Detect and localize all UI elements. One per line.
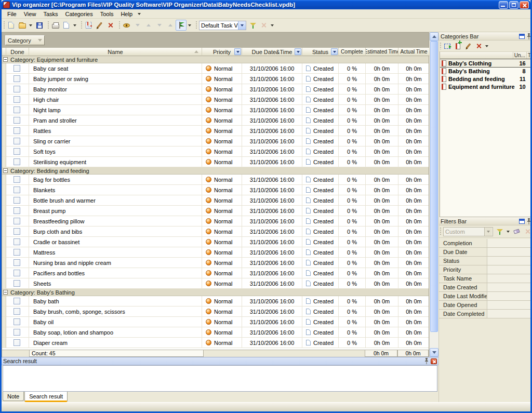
done-checkbox[interactable]: [14, 298, 20, 304]
task-view-combo-dropdown[interactable]: [238, 21, 246, 30]
task-row[interactable]: Nursing bras and nipple creamNormal31/10…: [2, 258, 429, 268]
task-row[interactable]: BlanketsNormal31/10/2006 16:00Created0 %…: [2, 185, 429, 195]
done-checkbox[interactable]: [14, 207, 20, 214]
task-row[interactable]: SheetsNormal31/10/2006 16:00Created0 %0h…: [2, 278, 429, 289]
filter-row-date-last-modified[interactable]: Date Last Modified: [439, 292, 530, 301]
done-checkbox[interactable]: [14, 96, 20, 103]
done-checkbox[interactable]: [14, 329, 20, 336]
column-header-due-date-time[interactable]: Due Date&Time: [242, 48, 302, 56]
column-header-complete[interactable]: Complete: [339, 48, 366, 56]
filter-value-area[interactable]: [487, 239, 530, 247]
task-row[interactable]: Baby brush, comb, sponge, scissorsNormal…: [2, 307, 429, 317]
filter-value-area[interactable]: [487, 292, 530, 300]
apply-filter-button[interactable]: [494, 226, 505, 237]
filter-value-area[interactable]: [487, 265, 530, 274]
filter-value-area[interactable]: [487, 274, 530, 283]
column-header-actual-time[interactable]: Actual Time: [398, 48, 430, 56]
column-filter-dropdown[interactable]: [234, 48, 241, 55]
clear-filter-button[interactable]: [511, 226, 522, 237]
collapse-group-icon[interactable]: [3, 168, 8, 173]
task-row[interactable]: RattlesNormal31/10/2006 16:00Created0 %0…: [2, 126, 429, 136]
scrollbar-track[interactable]: [430, 332, 438, 348]
task-row[interactable]: Burp cloth and bibsNormal31/10/2006 16:0…: [2, 227, 429, 237]
done-checkbox[interactable]: [14, 158, 20, 165]
done-checkbox[interactable]: [14, 75, 20, 82]
done-checkbox[interactable]: [14, 218, 20, 224]
pin-icon[interactable]: [526, 33, 530, 39]
done-checkbox[interactable]: [14, 318, 20, 325]
search-result-area[interactable]: [3, 365, 437, 392]
open-database-button[interactable]: [17, 20, 28, 31]
category-item-equipment-and-furniture[interactable]: Equipment and furniture1010: [440, 83, 530, 90]
pin-icon[interactable]: [526, 218, 530, 224]
group-header-row[interactable]: Category: Equipment and furniture: [2, 56, 429, 63]
task-row[interactable]: Breastfeeding pillowNormal31/10/2006 16:…: [2, 216, 429, 227]
done-checkbox[interactable]: [14, 308, 20, 315]
move-down-button[interactable]: [132, 20, 143, 31]
filter-value-area[interactable]: [487, 257, 530, 265]
apply-filter-dropdown-icon[interactable]: [507, 231, 510, 233]
scroll-up-button[interactable]: [430, 32, 438, 41]
move-to-category-button[interactable]: [442, 41, 453, 51]
filter-preset-dropdown[interactable]: [484, 228, 492, 236]
done-checkbox[interactable]: [14, 117, 20, 124]
task-row[interactable]: Baby bathNormal31/10/2006 16:00Created0 …: [2, 296, 429, 307]
task-row[interactable]: Breast pumpNormal31/10/2006 16:00Created…: [2, 206, 429, 216]
report-dropdown-icon[interactable]: [188, 24, 191, 26]
float-panel-icon[interactable]: [519, 219, 525, 224]
apply-view-button[interactable]: [247, 20, 258, 31]
float-panel-icon[interactable]: [519, 34, 525, 39]
category-item-bedding-and-feeding[interactable]: Bedding and feeding1111: [440, 75, 530, 83]
done-checkbox[interactable]: [14, 65, 20, 72]
group-header-row[interactable]: Category: Bedding and feeding: [2, 167, 429, 175]
open-dropdown-icon[interactable]: [29, 24, 32, 26]
filter-row-task-name[interactable]: Task Name: [439, 274, 530, 283]
tab-search-result[interactable]: Search result: [24, 392, 68, 402]
column-header-priority[interactable]: Priority: [202, 48, 242, 56]
done-checkbox[interactable]: [14, 106, 20, 113]
done-checkbox[interactable]: [14, 148, 20, 155]
move-up-button[interactable]: [143, 20, 154, 31]
done-checkbox[interactable]: [14, 249, 20, 256]
hide-completed-button[interactable]: [121, 20, 132, 31]
minimize-button[interactable]: [499, 1, 508, 9]
menu-item-help[interactable]: Help: [117, 10, 136, 18]
menu-item-categories[interactable]: Categories: [62, 10, 97, 18]
category-item-baby-s-clothing[interactable]: Baby's Clothing1616: [440, 59, 530, 67]
task-row[interactable]: Baby monitorNormal31/10/2006 16:00Create…: [2, 84, 429, 95]
delete-task-button[interactable]: [105, 20, 116, 31]
filter-value-area[interactable]: [487, 248, 530, 256]
vertical-scrollbar[interactable]: [429, 32, 438, 357]
filter-row-date-opened[interactable]: Date Opened: [439, 301, 530, 310]
filter-row-status[interactable]: Status: [439, 257, 530, 265]
task-row[interactable]: Soft toysNormal31/10/2006 16:00Created0 …: [2, 146, 429, 157]
category-item-baby-s-bathing[interactable]: Baby's Bathing88: [440, 67, 530, 75]
done-checkbox[interactable]: [14, 228, 20, 235]
collapse-group-icon[interactable]: [3, 290, 8, 295]
filter-row-date-completed[interactable]: Date Completed: [439, 310, 530, 318]
task-row[interactable]: Cradle or bassinetNormal31/10/2006 16:00…: [2, 237, 429, 247]
move-bottom-button[interactable]: [154, 20, 165, 31]
task-row[interactable]: Bag for bottlesNormal31/10/2006 16:00Cre…: [2, 175, 429, 185]
collapse-group-icon[interactable]: [3, 57, 8, 62]
done-checkbox[interactable]: [14, 339, 20, 346]
new-database-button[interactable]: [6, 20, 17, 31]
filter-value-area[interactable]: [487, 301, 530, 309]
menu-item-tools[interactable]: Tools: [97, 10, 117, 18]
add-category-button[interactable]: [453, 41, 463, 51]
delete-filter-button[interactable]: [522, 226, 530, 237]
task-row[interactable]: High chairNormal31/10/2006 16:00Created0…: [2, 95, 429, 105]
done-checkbox[interactable]: [14, 270, 20, 276]
column-header-name[interactable]: Name: [29, 48, 202, 56]
done-checkbox[interactable]: [14, 138, 20, 144]
delete-category-button[interactable]: [473, 41, 484, 51]
total-column-header[interactable]: T...: [526, 52, 530, 59]
print-button[interactable]: [50, 20, 61, 31]
category-name-column-header[interactable]: [440, 52, 513, 59]
done-checkbox[interactable]: [14, 280, 20, 287]
task-row[interactable]: Sterilising equipmentNormal31/10/2006 16…: [2, 157, 429, 167]
filter-row-date-created[interactable]: Date Created: [439, 283, 530, 292]
categories-toolbar-dropdown-icon[interactable]: [485, 45, 488, 47]
filter-value-area[interactable]: [487, 310, 530, 318]
menu-item-view[interactable]: View: [20, 10, 40, 18]
